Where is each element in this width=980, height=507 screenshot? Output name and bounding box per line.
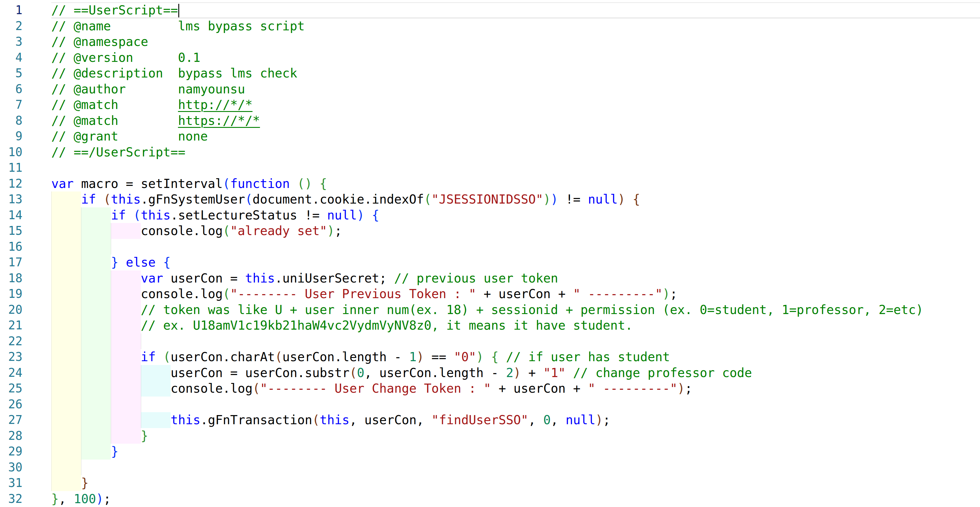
- code-line[interactable]: 9// @grant none: [0, 129, 980, 145]
- code-line[interactable]: 10// ==/UserScript==: [0, 145, 980, 160]
- code-line[interactable]: 31}: [0, 475, 980, 491]
- code-text: // @match http://*/*: [51, 97, 980, 113]
- keyword-token: this: [111, 192, 141, 207]
- line-body: this.gFnTransaction(this, userCon, "find…: [51, 412, 980, 428]
- string-token: "0": [454, 350, 476, 364]
- comment-token: // @author namyounsu: [51, 82, 245, 96]
- comment-token: // @name lms bypass script: [51, 19, 305, 33]
- keyword-token: null: [588, 192, 618, 207]
- code-line[interactable]: 24userCon = userCon.substr(0, userCon.le…: [0, 365, 980, 381]
- comment-token: // ==/UserScript==: [51, 145, 185, 159]
- code-token: }: [141, 429, 148, 443]
- code-line[interactable]: 25console.log("-------- User Change Toke…: [0, 381, 980, 397]
- line-number: 26: [0, 397, 25, 412]
- indent-guide: [51, 239, 81, 255]
- line-body: if (this.gFnSystemUser(document.cookie.i…: [51, 191, 980, 207]
- line-number: 15: [0, 223, 25, 239]
- line-body: // @author namyounsu: [51, 81, 980, 97]
- comment-token: // ex. U18amV1c19kb21haW4vc2VydmVyNV8z0,…: [141, 318, 633, 332]
- code-token: 1: [409, 350, 417, 364]
- indent-guide: [141, 334, 141, 350]
- code-line[interactable]: 19console.log("-------- User Previous To…: [0, 286, 980, 302]
- code-token: [126, 208, 133, 223]
- code-line[interactable]: 6// @author namyounsu: [0, 81, 980, 97]
- comment-token: // @description bypass lms check: [51, 66, 297, 80]
- code-token: (: [223, 224, 230, 238]
- url-link[interactable]: https://*/*: [178, 113, 260, 128]
- code-token: (: [312, 413, 320, 427]
- text-cursor: [178, 4, 179, 17]
- line-body: // ==UserScript==: [51, 2, 980, 18]
- code-token: ): [663, 287, 670, 301]
- code-line[interactable]: 7// @match http://*/*: [0, 97, 980, 113]
- code-line[interactable]: 20// token was like U + user inner num(e…: [0, 302, 980, 318]
- line-body: userCon = userCon.substr(0, userCon.leng…: [51, 365, 980, 381]
- code-token: ): [327, 224, 334, 238]
- code-line[interactable]: 22: [0, 334, 980, 350]
- code-token: ): [514, 366, 521, 380]
- code-text: // @description bypass lms check: [51, 65, 980, 81]
- comment-token: // token was like U + user inner num(ex.…: [141, 302, 923, 317]
- line-number: 25: [0, 381, 25, 397]
- code-token: document.cookie.indexOf: [253, 192, 424, 207]
- keyword-token: if: [111, 208, 126, 223]
- code-token: [566, 366, 573, 380]
- code-line[interactable]: 30: [0, 459, 980, 475]
- code-line[interactable]: 1// ==UserScript==: [0, 2, 980, 18]
- string-token: "JSESSIONIDSSO": [431, 192, 543, 207]
- code-text: } else {: [51, 254, 980, 270]
- keyword-token: null: [566, 413, 595, 427]
- code-line[interactable]: 11: [0, 160, 980, 176]
- code-line[interactable]: 2// @name lms bypass script: [0, 18, 980, 34]
- code-token: }: [111, 444, 118, 459]
- line-body: console.log("already set");: [51, 223, 980, 239]
- code-line[interactable]: 14if (this.setLectureStatus != null) {: [0, 207, 980, 223]
- code-line[interactable]: 15console.log("already set");: [0, 223, 980, 239]
- code-line[interactable]: 8// @match https://*/*: [0, 113, 980, 129]
- code-token: [625, 192, 633, 207]
- code-line[interactable]: 27this.gFnTransaction(this, userCon, "fi…: [0, 412, 980, 428]
- line-number: 24: [0, 365, 25, 381]
- code-line[interactable]: 28}: [0, 428, 980, 444]
- indent-guide: [141, 397, 141, 412]
- keyword-token: var: [141, 271, 163, 286]
- code-line[interactable]: 12var macro = setInterval(function () {: [0, 176, 980, 192]
- code-line[interactable]: 16: [0, 239, 980, 255]
- code-text: console.log("already set");: [51, 223, 980, 239]
- code-line[interactable]: 3// @namespace: [0, 34, 980, 50]
- code-token: .gFnSystemUser: [141, 192, 245, 207]
- code-line[interactable]: 17} else {: [0, 254, 980, 270]
- code-line[interactable]: 13if (this.gFnSystemUser(document.cookie…: [0, 191, 980, 207]
- code-line[interactable]: 29}: [0, 443, 980, 459]
- code-token: + userCon +: [491, 381, 588, 396]
- code-line[interactable]: 18var userCon = this.uniUserSecret; // p…: [0, 270, 980, 286]
- code-line[interactable]: 32}, 100);: [0, 491, 980, 507]
- line-body: // @version 0.1: [51, 50, 980, 66]
- code-line[interactable]: 5// @description bypass lms check: [0, 65, 980, 81]
- line-body: [51, 459, 980, 475]
- code-token: ;: [603, 413, 610, 427]
- code-token: , userCon.length -: [364, 366, 506, 380]
- keyword-token: function: [230, 176, 290, 191]
- code-token: (: [253, 381, 260, 396]
- code-token: .gFnTransaction: [200, 413, 312, 427]
- code-line[interactable]: 23if (userCon.charAt(userCon.length - 1)…: [0, 349, 980, 365]
- line-number: 31: [0, 475, 25, 491]
- code-line[interactable]: 21// ex. U18amV1c19kb21haW4vc2VydmVyNV8z…: [0, 318, 980, 334]
- comment-token: // ==UserScript==: [51, 3, 178, 17]
- url-link[interactable]: http://*/*: [178, 97, 253, 112]
- code-token: }: [81, 476, 88, 490]
- code-editor[interactable]: 1// ==UserScript==2// @name lms bypass s…: [0, 0, 980, 507]
- comment-token: // @namespace: [51, 35, 148, 49]
- code-line[interactable]: 4// @version 0.1: [0, 50, 980, 66]
- code-token: ): [417, 350, 424, 364]
- code-token: ): [677, 381, 685, 396]
- line-number: 9: [0, 129, 25, 145]
- code-text: // ==UserScript==: [51, 2, 980, 18]
- code-line[interactable]: 26: [0, 397, 980, 412]
- line-body: // ==/UserScript==: [51, 145, 980, 160]
- line-body: var userCon = this.uniUserSecret; // pre…: [51, 270, 980, 286]
- code-token: ): [550, 192, 558, 207]
- comment-token: // @match: [51, 97, 178, 112]
- code-token: ): [357, 208, 364, 223]
